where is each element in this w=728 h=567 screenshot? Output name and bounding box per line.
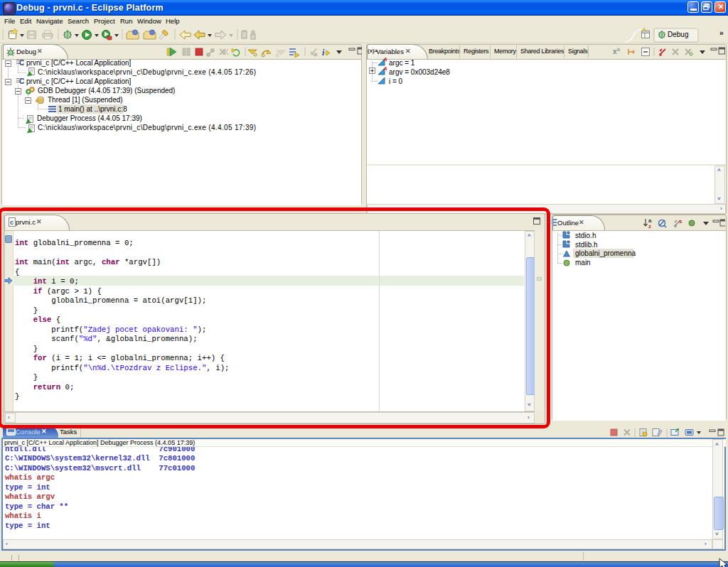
svg-text:x: x [613, 48, 617, 55]
svg-text:z: z [648, 223, 651, 229]
svg-text:s: s [679, 218, 682, 225]
